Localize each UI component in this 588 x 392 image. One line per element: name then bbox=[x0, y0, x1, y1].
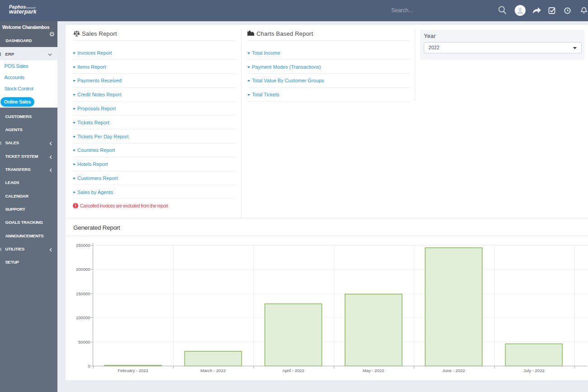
svg-text:May - 2022: May - 2022 bbox=[363, 368, 384, 373]
svg-text:50000: 50000 bbox=[78, 340, 90, 345]
svg-text:March - 2022: March - 2022 bbox=[200, 368, 226, 373]
svg-text:February - 2022: February - 2022 bbox=[118, 368, 148, 373]
svg-text:200000: 200000 bbox=[76, 267, 90, 272]
svg-text:100000: 100000 bbox=[76, 315, 90, 320]
svg-text:0: 0 bbox=[88, 364, 90, 368]
svg-text:June - 2022: June - 2022 bbox=[442, 368, 465, 373]
svg-text:July - 2022: July - 2022 bbox=[523, 368, 544, 373]
svg-text:150000: 150000 bbox=[76, 291, 90, 296]
svg-text:April - 2022: April - 2022 bbox=[282, 368, 304, 373]
svg-text:250000: 250000 bbox=[76, 243, 90, 248]
